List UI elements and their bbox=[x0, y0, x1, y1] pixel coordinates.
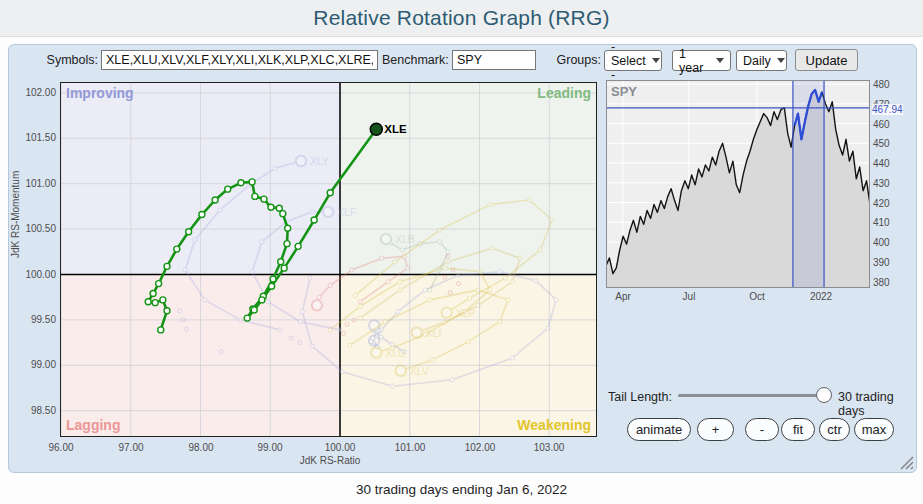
symbol-marker-xly bbox=[296, 156, 306, 166]
spy-y-tick: 420 bbox=[873, 198, 890, 209]
symbol-label-xlb: XLB bbox=[395, 233, 415, 245]
groups-label: Groups: bbox=[556, 50, 601, 71]
spy-window-band bbox=[793, 80, 824, 288]
max-button[interactable]: max bbox=[854, 418, 894, 441]
rrg-x-tick: 98.00 bbox=[181, 442, 221, 453]
quadrant-label-improving: Improving bbox=[66, 85, 134, 101]
spy-y-tick: 440 bbox=[873, 158, 890, 169]
symbol-label-xly: XLY bbox=[310, 155, 329, 167]
rrg-y-tick: 101.00 bbox=[24, 178, 56, 189]
symbol-marker-xle bbox=[370, 123, 382, 135]
animate-button[interactable]: animate bbox=[627, 418, 691, 441]
symbol-label-xlu: XLU bbox=[385, 347, 405, 359]
spy-y-tick: 410 bbox=[873, 217, 890, 228]
symbol-marker-xlf bbox=[323, 207, 333, 217]
tail-length-slider-track[interactable] bbox=[678, 394, 830, 397]
symbol-label-xle: XLE bbox=[384, 123, 407, 135]
rrg-y-tick: 99.00 bbox=[24, 359, 56, 370]
spy-y-tick: 400 bbox=[873, 237, 890, 248]
symbol-marker-xlu bbox=[371, 347, 381, 357]
symbol-label-xlf: XLF bbox=[337, 206, 356, 218]
benchmark-label: Benchmark: bbox=[382, 50, 448, 71]
period-select-value: 1 year bbox=[679, 47, 710, 75]
page-title: Relative Rotation Graph (RRG) bbox=[313, 6, 609, 30]
rrg-y-tick: 102.00 bbox=[24, 87, 56, 98]
fit-button[interactable]: fit bbox=[781, 418, 815, 441]
rrg-x-tick: 97.00 bbox=[111, 442, 151, 453]
rrg-x-tick: 101.00 bbox=[390, 442, 430, 453]
rrg-y-axis-title: JdK RS-Momentum bbox=[10, 171, 21, 258]
tail-length-label: Tail Length: bbox=[608, 390, 672, 404]
resize-handle-icon[interactable] bbox=[894, 450, 916, 472]
symbols-label: Symbols: bbox=[38, 50, 98, 71]
zoom-in-button[interactable]: + bbox=[697, 418, 734, 441]
rrg-chart[interactable]: XLYXLFXLBXLPXLIXLUXLVXLEImprovingLeading… bbox=[60, 82, 597, 437]
spy-y-tick: 430 bbox=[873, 178, 890, 189]
zoom-out-button[interactable]: - bbox=[745, 418, 779, 441]
spy-y-tick: 460 bbox=[873, 119, 890, 130]
rrg-app: Relative Rotation Graph (RRG) Symbols: B… bbox=[0, 0, 923, 504]
rrg-x-tick: 102.00 bbox=[460, 442, 500, 453]
spy-y-tick: 450 bbox=[873, 138, 890, 149]
footer-caption: 30 trading days ending Jan 6, 2022 bbox=[0, 482, 923, 497]
rrg-x-tick: 103.00 bbox=[529, 442, 569, 453]
spy-y-tick: 390 bbox=[873, 257, 890, 268]
symbol-marker-xlp bbox=[442, 307, 452, 317]
quadrant-leading bbox=[340, 82, 597, 275]
period-select[interactable]: 1 year bbox=[672, 50, 731, 71]
spy-x-tick: Apr bbox=[607, 291, 639, 302]
quadrant-label-weakening: Weakening bbox=[517, 417, 591, 433]
title-bar: Relative Rotation Graph (RRG) bbox=[0, 0, 923, 37]
rrg-y-tick: 98.50 bbox=[24, 405, 56, 416]
rrg-y-tick: 100.50 bbox=[24, 223, 56, 234]
ctr-button[interactable]: ctr bbox=[819, 418, 850, 441]
quadrant-label-lagging: Lagging bbox=[66, 417, 120, 433]
spy-x-tick: 2022 bbox=[805, 291, 837, 302]
rrg-y-tick: 101.50 bbox=[24, 132, 56, 143]
spy-x-tick: Oct bbox=[741, 291, 773, 302]
quadrant-label-leading: Leading bbox=[537, 85, 591, 101]
rrg-x-tick: 96.00 bbox=[41, 442, 81, 453]
tail-length-slider-thumb[interactable] bbox=[816, 387, 832, 403]
spy-y-tick: 480 bbox=[873, 79, 890, 90]
symbol-marker-xlv bbox=[395, 366, 405, 376]
spy-price-label: 467.94 bbox=[872, 104, 903, 115]
groups-select[interactable]: - Select - bbox=[604, 50, 662, 71]
symbol-marker-xlb bbox=[381, 234, 391, 244]
rrg-x-tick: 99.00 bbox=[250, 442, 290, 453]
spy-x-tick: Jul bbox=[673, 291, 705, 302]
chevron-down-icon bbox=[777, 58, 785, 63]
symbol-marker-xlre bbox=[312, 300, 322, 310]
frequency-select-value: Daily bbox=[743, 54, 771, 68]
symbol-label-xlv: XLV bbox=[410, 365, 429, 377]
rrg-x-axis-title: JdK RS-Ratio bbox=[240, 455, 420, 466]
spy-y-tick: 380 bbox=[873, 277, 890, 288]
spy-mini-chart: SPY bbox=[606, 80, 870, 288]
chevron-down-icon bbox=[716, 58, 724, 63]
groups-select-value: - Select - bbox=[611, 40, 646, 82]
frequency-select[interactable]: Daily bbox=[736, 50, 787, 71]
rrg-y-tick: 99.50 bbox=[24, 314, 56, 325]
symbols-input[interactable] bbox=[101, 50, 378, 70]
rrg-y-tick: 100.00 bbox=[24, 269, 56, 280]
tail-length-value: 30 trading days bbox=[838, 390, 923, 418]
rrg-x-tick: 100.00 bbox=[320, 442, 360, 453]
chevron-down-icon bbox=[652, 58, 660, 63]
spy-chart-title: SPY bbox=[611, 84, 637, 99]
benchmark-input[interactable] bbox=[452, 50, 536, 70]
update-button[interactable]: Update bbox=[795, 49, 858, 71]
